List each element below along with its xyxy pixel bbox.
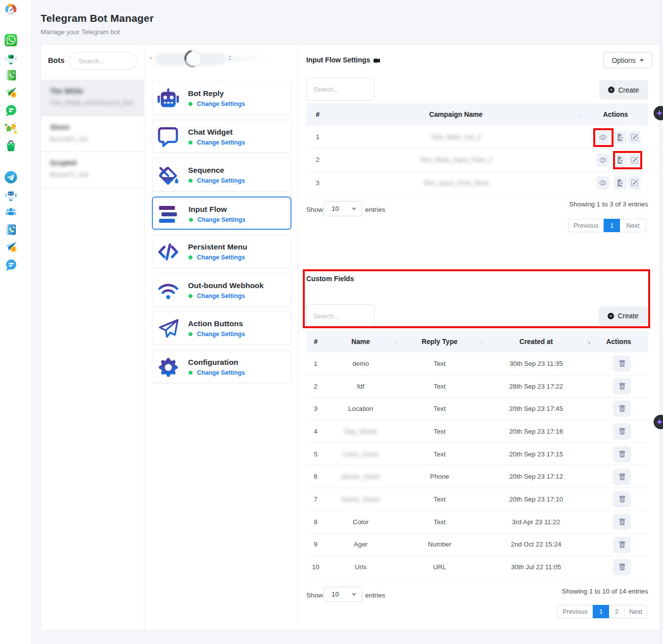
change-settings-link[interactable]: Change Settings [197,177,245,184]
change-settings-link[interactable]: Change Settings [197,254,245,261]
dashboard-speedometer-icon[interactable] [4,2,17,15]
bot-list-item[interactable]: Grupled Bound71_bot [41,151,144,188]
feature-card-title: Bot Reply [188,89,224,98]
status-dot [189,179,192,183]
cell-name: Location [325,397,396,420]
delete-button[interactable] [613,514,631,530]
pagination-next[interactable]: Next [624,605,647,618]
show-label: Show [306,206,323,213]
delete-button[interactable] [613,355,631,372]
cell-reply-type: Text [396,511,483,533]
feature-card-input-flow[interactable]: Input Flow Change Settings [152,197,291,230]
col-header-name[interactable]: Name [325,331,396,352]
whatsapp-broadcast-icon[interactable]: 1 [4,86,17,99]
feature-card-sequence[interactable]: Sequence Change Settings [152,158,291,192]
bot-list-item[interactable]: Shore Bound21_bot [41,116,144,152]
export-button[interactable] [614,176,627,190]
whatsapp-icon[interactable] [4,34,17,47]
whatsapp-shop-icon[interactable] [4,139,17,152]
whatsapp-chat-icon[interactable] [4,104,17,117]
delete-button[interactable] [613,446,631,462]
flow-page-size-select[interactable]: 10 [324,201,362,216]
custom-fields-page-size-select[interactable]: 10 [324,587,362,602]
edit-button[interactable] [628,176,641,190]
delete-button[interactable] [613,400,631,417]
sort-icon[interactable]: ↑↓ [393,339,397,345]
page-scrollbar[interactable] [660,0,663,644]
cell-num: 7 [306,488,325,510]
page-title: Telegram Bot Manager [41,12,154,24]
flow-search-input[interactable] [306,78,375,100]
delete-button[interactable] [613,423,631,440]
delete-button[interactable] [613,491,631,507]
sort-icon-active-desc[interactable]: ↑↓ [586,339,590,345]
pagination-page-1[interactable]: 1 [604,219,620,232]
whatsapp-contacts-book-icon[interactable] [4,69,17,82]
change-settings-link[interactable]: Change Settings [197,139,245,146]
code-icon [157,242,179,262]
change-settings-link[interactable]: Change Settings [197,293,245,299]
video-camera-icon[interactable] [372,57,381,63]
options-button[interactable]: Options [603,52,652,68]
view-button[interactable] [596,176,609,190]
cell-name: Urls [325,556,396,578]
edit-button[interactable] [628,153,641,167]
whatsapp-bot-icon[interactable] [4,51,17,64]
custom-fields-create-button[interactable]: Create [599,306,648,325]
delete-button[interactable] [613,559,631,575]
flow-create-button[interactable]: Create [599,80,648,99]
sort-icon[interactable]: ↑↓ [480,339,483,345]
bots-search-input[interactable] [69,52,137,70]
col-header-num[interactable]: # [306,331,325,352]
telegram-broadcast-icon[interactable]: 1 [4,241,17,253]
export-button[interactable] [614,131,627,144]
col-header-reply-type[interactable]: Reply Type [396,331,483,352]
export-button[interactable] [614,153,627,167]
custom-fields-table-row: 4 Day_Share Text 20th Sep 23 17:16 [306,420,648,443]
assistant-sparkle-fab[interactable] [654,415,663,429]
col-header-created-at[interactable]: Created at [483,331,589,352]
pagination-page-2[interactable]: 2 [609,605,625,618]
integrations-puzzle-icon[interactable] [4,121,17,134]
telegram-chat-icon[interactable] [4,258,17,271]
col-header-campaign-name[interactable]: Campaign Name [329,103,583,126]
flow-table-summary: Showing 1 to 3 of 3 entries [569,200,648,208]
telegram-icon[interactable] [4,171,17,184]
telegram-group-icon[interactable] [4,205,17,218]
cell-created-at: 20th Sep 23 17:15 [483,443,589,465]
pagination-previous[interactable]: Previous [557,605,593,618]
cell-num: 1 [306,126,329,148]
cell-campaign-name: Test_Input_Flow_Mast [329,172,583,194]
change-settings-link[interactable]: Change Settings [197,216,245,223]
sort-icon[interactable]: ↑↓ [578,111,582,117]
plus-circle-icon [608,313,614,319]
custom-fields-search-input[interactable] [306,304,375,327]
view-button[interactable] [596,153,609,167]
change-settings-link[interactable]: Change Settings [197,100,245,107]
col-header-num[interactable]: # [306,103,329,126]
paper-plane-icon [157,318,179,339]
delete-button[interactable] [613,537,631,553]
delete-button[interactable] [613,469,631,485]
feature-card-persistent-menu[interactable]: Persistent Menu Change Settings [152,235,291,268]
pagination-next[interactable]: Next [619,219,646,232]
view-button[interactable] [596,131,609,144]
telegram-bot-icon[interactable] [4,188,17,201]
edit-button[interactable] [628,131,641,144]
bot-list-item[interactable]: The White The_White_eCommerce_Bot [41,80,144,116]
pagination-page-1[interactable]: 1 [593,605,609,618]
sort-arrow-down-active: ↓ [588,339,590,345]
change-settings-link[interactable]: Change Settings [197,331,245,338]
feature-card-chat-widget[interactable]: Chat Widget Change Settings [152,120,291,153]
feature-card-action-buttons[interactable]: Action Buttons Change Settings [152,311,291,345]
delete-button[interactable] [613,378,631,395]
pagination-previous[interactable]: Previous [568,219,604,232]
cell-name: Color_share [325,443,396,465]
feature-card-out-bound-webhook[interactable]: Out-bound Webhook Change Settings [152,273,291,307]
telegram-contacts-book-icon[interactable] [4,223,17,236]
feature-card-configuration[interactable]: Configuration Change Settings [152,350,291,384]
cell-num: 2 [306,375,325,397]
change-settings-link[interactable]: Change Settings [197,369,245,376]
feature-card-bot-reply[interactable]: Bot Reply Change Settings [152,81,291,115]
assistant-sparkle-fab[interactable] [654,106,663,120]
